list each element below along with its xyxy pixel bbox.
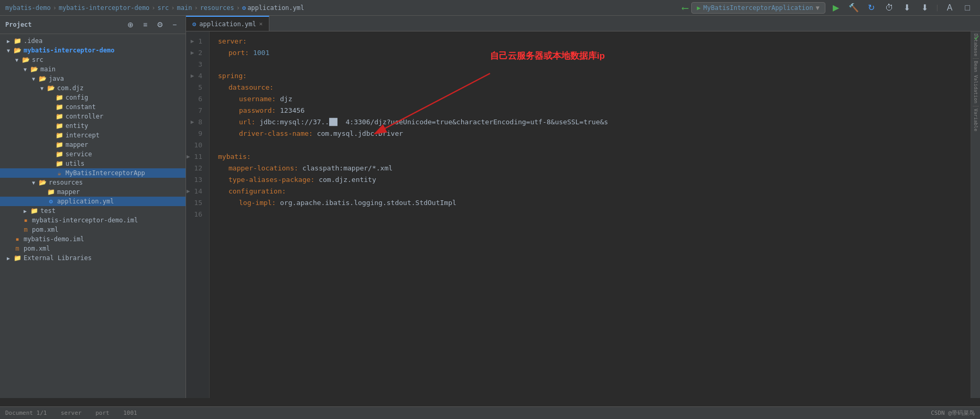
run-config-selector[interactable]: ▶ MyBatisInterceptorApplication ▼ <box>691 2 825 14</box>
sort-button[interactable]: ≡ <box>139 19 151 30</box>
code-line-14: configuration: <box>218 186 971 197</box>
breadcrumb-item-2[interactable]: src <box>158 4 169 12</box>
tree-label-entity: entity <box>66 122 186 130</box>
keyword-mapper-locations: mapper-locations: <box>228 163 298 174</box>
breadcrumb-sep-0: › <box>53 4 57 12</box>
folder-icon-intercept: 📁 <box>55 132 64 139</box>
breadcrumb-item-4[interactable]: resources <box>200 4 234 12</box>
tree-item-controller[interactable]: 📁 controller <box>0 112 186 121</box>
tree-item-idea[interactable]: ▶ 📁 .idea <box>0 36 186 46</box>
gutter-tab-variable[interactable]: Variable <box>973 106 979 133</box>
xml-icon-pom-mid: m <box>21 226 30 233</box>
tree-label-mapper: mapper <box>66 141 186 148</box>
code-editor: ▶ 1 ▶ 2 3 ▶ 4 5 6 7 ▶ 8 9 10 ▶ 11 <box>186 31 980 398</box>
keyword-mybatis: mybatis: <box>218 151 251 163</box>
code-content[interactable]: server: port: 1001 spring: <box>210 31 971 398</box>
tab-application-yml[interactable]: ⚙ application.yml ✕ <box>186 16 269 31</box>
val-log-impl: org.apache.ibatis.logging.stdout.StdOutI… <box>280 197 456 209</box>
tree-item-config[interactable]: 📁 config <box>0 93 186 102</box>
tree-item-demo-iml[interactable]: ▪ mybatis-demo.iml <box>0 234 186 244</box>
line-num-12: 12 <box>186 163 205 174</box>
folder-icon-mapper-res: 📁 <box>46 188 56 196</box>
folder-icon-java: 📂 <box>38 75 47 82</box>
tree-item-external-libs[interactable]: ▶ 📁 External Libraries <box>0 253 186 263</box>
tree-label-idea: .idea <box>24 37 186 45</box>
debug-reload-button[interactable]: ↻ <box>864 1 879 15</box>
gutter-tab-bean[interactable]: Bean Validation <box>973 59 979 106</box>
status-port: port <box>95 410 110 416</box>
expand-arrow-mid: ▼ <box>4 48 13 53</box>
tree-item-utils[interactable]: 📁 utils <box>0 159 186 168</box>
tree-item-src[interactable]: ▼ 📂 src <box>0 55 186 65</box>
minimize-button[interactable]: − <box>169 19 180 30</box>
run-back-icon[interactable]: ⟵ <box>682 2 688 13</box>
tree-item-mybatis-interceptor-demo[interactable]: ▼ 📂 mybatis-interceptor-demo <box>0 46 186 55</box>
iml-icon-mid: ▪ <box>21 217 30 224</box>
breadcrumb-sep-4: › <box>236 4 240 12</box>
download-button[interactable]: ⬇ <box>918 1 932 15</box>
breadcrumb-sep-3: › <box>194 4 198 12</box>
coverage-button[interactable]: ⬇ <box>900 1 914 15</box>
run-config-icon: ▶ <box>697 4 701 12</box>
val-port: 1001 <box>253 47 269 59</box>
add-button[interactable]: ⊕ <box>125 19 136 30</box>
right-gutter: Database Bean Validation Variable ✓ <box>971 31 980 398</box>
tree-item-intercept[interactable]: 📁 intercept <box>0 131 186 140</box>
breadcrumb-item-5[interactable]: application.yml <box>247 4 304 12</box>
tree-item-pom-mid[interactable]: m pom.xml <box>0 225 186 234</box>
maximize-button[interactable]: □ <box>960 1 975 15</box>
line-num-2: ▶ 2 <box>186 47 205 59</box>
tree-label-intercept: intercept <box>66 132 186 139</box>
settings-button[interactable]: ⚙ <box>154 19 166 30</box>
tree-item-pom-root[interactable]: m pom.xml <box>0 244 186 253</box>
breadcrumb-item-1[interactable]: mybatis-interceptor-demo <box>59 4 149 12</box>
line-num-7: 7 <box>186 105 205 116</box>
code-line-7: password: 123456 <box>218 105 971 116</box>
sidebar-title: Project <box>5 21 122 28</box>
editor-tabs: ⚙ application.yml ✕ <box>186 16 980 31</box>
line-num-4: ▶ 4 <box>186 70 205 82</box>
tree-item-constant[interactable]: 📁 constant <box>0 102 186 112</box>
tree-item-main-class[interactable]: ☕ MyBatisInterceptorApp <box>0 168 186 178</box>
breadcrumb-sep-1: › <box>151 4 155 12</box>
tree-item-mid-iml[interactable]: ▪ mybatis-interceptor-demo.iml <box>0 216 186 225</box>
status-server: server <box>61 410 82 416</box>
keyword-type-aliases: type-aliases-package: <box>228 174 314 186</box>
tree-label-mid: mybatis-interceptor-demo <box>24 47 186 54</box>
tree-label-utils: utils <box>66 160 186 167</box>
code-line-10 <box>218 139 971 151</box>
folder-icon-test: 📁 <box>29 207 39 214</box>
build-button[interactable]: 🔨 <box>846 1 861 15</box>
expand-arrow-idea: ▶ <box>4 38 13 44</box>
profile-button[interactable]: ⏱ <box>882 1 897 15</box>
tree-item-java[interactable]: ▼ 📂 java <box>0 74 186 83</box>
tree-item-application-yml[interactable]: ⚙ application.yml <box>0 197 186 206</box>
tree-item-comdjz[interactable]: ▼ 📂 com.djz <box>0 83 186 93</box>
tree-item-test[interactable]: ▶ 📁 test <box>0 206 186 216</box>
tree-item-service[interactable]: 📁 service <box>0 149 186 159</box>
breadcrumb-item-0[interactable]: mybatis-demo <box>5 4 51 12</box>
translate-button[interactable]: A <box>942 1 957 15</box>
tree-item-mapper[interactable]: 📁 mapper <box>0 140 186 149</box>
tree-label-main: main <box>40 66 186 73</box>
tab-close-button[interactable]: ✕ <box>259 20 263 27</box>
breadcrumb-sep-2: › <box>171 4 175 12</box>
run-config-dropdown-icon[interactable]: ▼ <box>816 4 820 12</box>
line-num-14: ▶ 14 <box>186 186 205 197</box>
tree-item-main[interactable]: ▼ 📂 main <box>0 65 186 74</box>
folder-icon-ext: 📁 <box>13 254 22 262</box>
iml-icon-demo: ▪ <box>13 235 22 243</box>
keyword-server: server: <box>218 36 247 47</box>
status-bar: Document 1/1 server port 1001 CSDN @带码菜鸟 <box>0 406 980 419</box>
tree-item-resources[interactable]: ▼ 📂 resources <box>0 178 186 187</box>
folder-icon-resources: 📂 <box>38 179 47 186</box>
breadcrumb-item-3[interactable]: main <box>177 4 192 12</box>
tree-label-service: service <box>66 151 186 158</box>
code-line-15: log-impl: org.apache.ibatis.logging.stdo… <box>218 197 971 209</box>
line-num-11: ▶ 11 <box>186 151 205 163</box>
tree-label-constant: constant <box>66 103 186 111</box>
run-button[interactable]: ▶ <box>829 1 843 15</box>
tree-item-entity[interactable]: 📁 entity <box>0 121 186 131</box>
folder-icon-entity: 📁 <box>55 122 64 130</box>
tree-item-mapper-res[interactable]: 📁 mapper <box>0 187 186 197</box>
